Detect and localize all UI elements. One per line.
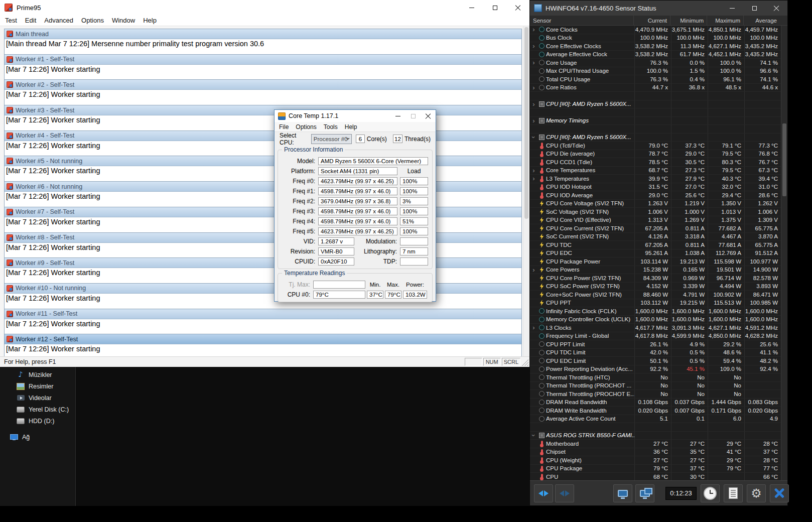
menu-item[interactable]: Help <box>341 122 361 132</box>
expand-chevron-icon[interactable] <box>530 142 537 150</box>
logging-report-button[interactable] <box>724 484 743 502</box>
expand-chevron-icon[interactable] <box>530 183 537 191</box>
expand-chevron-icon[interactable] <box>530 415 537 423</box>
expand-chevron-icon[interactable] <box>530 291 537 299</box>
cores-count-field[interactable]: 6 <box>356 135 365 143</box>
expand-chevron-icon[interactable] <box>530 167 537 175</box>
sensor-row[interactable]: Memory Controller Clock (UCLK) 1,600.0 M… <box>530 316 781 324</box>
sensor-row[interactable]: Core+SoC Power (SVI2 TFN) 88.460 W 4.791… <box>530 291 781 299</box>
cpu-selector-dropdown[interactable]: Processor #0 <box>311 134 352 144</box>
menu-item[interactable]: Window <box>108 15 139 26</box>
dual-monitor-view-button[interactable] <box>635 484 654 502</box>
worker-window-titlebar[interactable]: Worker #4 - Self-Test <box>5 131 521 141</box>
sensor-row[interactable]: Core Effective Clocks 3,538.2 MHz 11.3 M… <box>530 42 781 51</box>
revision-field[interactable]: VMR-B0 <box>318 247 354 255</box>
sensor-row[interactable]: SoC Voltage (SVI2 TFN) 1.006 V 1.000 V 1… <box>530 208 781 216</box>
sensor-row[interactable]: CPU SoC Power (SVI2 TFN) 4.152 W 3.339 W… <box>530 283 781 291</box>
hwinfo-titlebar[interactable]: HWiNFO64 v7.16-4650 Sensor Status <box>530 1 787 16</box>
resize-grip[interactable] <box>521 358 528 366</box>
expand-chevron-icon[interactable] <box>530 51 537 59</box>
freq-field[interactable]: 4598.79MHz (99.97 x 46.0) <box>318 207 397 215</box>
worker-window-titlebar[interactable]: Worker #7 - Self-Test <box>5 207 521 217</box>
explorer-nav-item[interactable]: Videolar <box>0 392 75 404</box>
worker-window[interactable]: Worker #6 - Not running [Mar 7 12:26] Wo… <box>4 181 522 207</box>
power-field[interactable]: 103.2W <box>403 291 427 299</box>
expand-chevron-icon[interactable] <box>530 42 537 50</box>
sensor-row[interactable]: Average Effective Clock 3,538.2 MHz 61.7… <box>530 51 781 59</box>
menu-item[interactable]: Edit <box>21 15 40 26</box>
expand-chevron-icon[interactable] <box>530 108 537 116</box>
expand-chevron-icon[interactable] <box>530 266 537 274</box>
worker-window[interactable]: Worker #10 - Not running [Mar 7 12:26] W… <box>4 283 522 309</box>
expand-chevron-icon[interactable] <box>530 274 537 282</box>
sensor-row[interactable]: Thermal Throttling (PROCHOT E... No No N… <box>530 390 781 399</box>
explorer-nav-item[interactable]: HDD (D:) <box>0 415 75 427</box>
load-field[interactable]: 100% <box>400 207 428 215</box>
sensor-row[interactable] <box>530 423 781 432</box>
sensor-row[interactable]: L3 Clocks 4,617.7 MHz 3,091.3 MHz 4,627.… <box>530 324 781 332</box>
sensor-row[interactable]: CPU 68 °C 30 °C 66 °C <box>530 473 781 480</box>
clock-button[interactable] <box>701 484 720 502</box>
vid-field[interactable]: 1.2687 v <box>318 237 354 245</box>
worker-window[interactable]: Worker #5 - Not running [Mar 7 12:26] Wo… <box>4 156 522 181</box>
sensor-row[interactable]: CPU IOD Hotspot 31.5 °C 27.0 °C 32.0 °C … <box>530 183 781 192</box>
expand-chevron-icon[interactable] <box>530 100 537 108</box>
freq-field[interactable]: 4598.79MHz (99.97 x 46.0) <box>318 217 397 225</box>
worker-window-titlebar[interactable]: Worker #2 - Self-Test <box>5 80 521 90</box>
sensor-row[interactable]: CPU TDC Limit 42.0 % 0.5 % 48.6 % 41.1 % <box>530 349 781 357</box>
scrollbar-thumb[interactable] <box>524 27 528 219</box>
expand-chevron-icon[interactable] <box>530 382 537 390</box>
expand-chevron-icon[interactable] <box>530 257 537 266</box>
menu-item[interactable]: Tools <box>320 122 341 132</box>
sensor-row[interactable]: Infinity Fabric Clock (FCLK) 1,600.0 MHz… <box>530 307 781 316</box>
expand-chevron-icon[interactable] <box>530 283 537 291</box>
core-temp-field[interactable]: 79°C <box>313 291 365 299</box>
sensor-row[interactable]: CPU Package 79 °C 37 °C 79 °C 77 °C <box>530 465 781 473</box>
min-temp-field[interactable]: 37°C <box>367 291 383 299</box>
maximize-button[interactable] <box>483 0 506 15</box>
minimize-button[interactable] <box>721 1 743 16</box>
worker-window[interactable]: Main thread [Main thread Mar 7 12:26] Me… <box>4 29 522 54</box>
maximize-button[interactable] <box>743 1 765 16</box>
expand-chevron-icon[interactable] <box>530 241 537 249</box>
scrollbar-thumb[interactable] <box>782 123 786 196</box>
worker-window[interactable]: Worker #8 - Self-Test [Mar 7 12:26] Work… <box>4 232 522 258</box>
worker-window[interactable]: Worker #3 - Self-Test [Mar 7 12:26] Work… <box>4 105 522 130</box>
sensor-row[interactable]: CPU Core Current (SVI2 TFN) 67.205 A 0.8… <box>530 224 781 233</box>
sensor-row[interactable]: CPU CCD1 (Tdie) 78.5 °C 30.5 °C 80.3 °C … <box>530 158 781 167</box>
sensor-row[interactable] <box>530 125 781 134</box>
sensor-row[interactable]: CPU Package Power 103.114 W 19.213 W 115… <box>530 257 781 266</box>
expand-chevron-icon[interactable] <box>530 349 537 357</box>
column-header-average[interactable]: Average <box>743 16 780 25</box>
settings-button[interactable] <box>747 484 766 502</box>
expand-chevron-icon[interactable] <box>530 357 537 365</box>
sensor-row[interactable]: CPU (Tctl/Tdie) 79.0 °C 37.3 °C 79.1 °C … <box>530 142 781 150</box>
expand-chevron-icon[interactable] <box>530 216 537 224</box>
expand-chevron-icon[interactable] <box>530 473 537 480</box>
sensor-row[interactable]: Max CPU/Thread Usage 100.0 % 1.5 % 100.0… <box>530 67 781 76</box>
sensor-row[interactable]: Thermal Throttling (PROCHOT ... No No No <box>530 382 781 390</box>
explorer-nav-item[interactable]: Ağ <box>0 431 75 443</box>
sensor-row[interactable]: Thermal Throttling (HTC) No No No <box>530 373 781 382</box>
column-header-sensor[interactable]: Sensor <box>530 16 633 25</box>
worker-window-titlebar[interactable]: Worker #9 - Self-Test <box>5 258 521 268</box>
explorer-nav-item[interactable]: Resimler <box>0 380 75 392</box>
sensor-row[interactable]: Total CPU Usage 76.3 % 0.4 % 96.1 % 74.1… <box>530 75 781 84</box>
menu-item[interactable]: File <box>276 122 292 132</box>
worker-window[interactable]: Worker #7 - Self-Test [Mar 7 12:26] Work… <box>4 207 522 232</box>
expand-chevron-icon[interactable] <box>530 224 537 232</box>
monitor-view-button[interactable] <box>613 484 632 502</box>
expand-chevron-icon[interactable] <box>530 249 537 257</box>
sensor-row[interactable]: CPU [#0]: AMD Ryzen 5 5600X... <box>530 100 781 109</box>
sensor-row[interactable]: DRAM Write Bandwidth 0.020 Gbps 0.007 Gb… <box>530 407 781 415</box>
menu-item[interactable]: Options <box>292 122 320 132</box>
worker-window[interactable]: Worker #11 - Self-Test [Mar 7 12:26] Wor… <box>4 309 522 334</box>
sensor-row[interactable]: Core Clocks 4,470.9 MHz 3,675.1 MHz 4,85… <box>530 26 781 34</box>
sensor-row[interactable]: DRAM Read Bandwidth 0.108 Gbps 0.037 Gbp… <box>530 399 781 407</box>
history-back-forward-button[interactable] <box>534 484 553 502</box>
worker-window-titlebar[interactable]: Worker #11 - Self-Test <box>5 309 521 319</box>
expand-chevron-icon[interactable] <box>530 432 537 440</box>
expand-chevron-icon[interactable] <box>530 150 537 158</box>
sensor-row[interactable]: CPU Die (average) 78.7 °C 29.0 °C 79.5 °… <box>530 150 781 159</box>
sensor-row[interactable]: Core Usage 76.3 % 0.0 % 100.0 % 74.1 % <box>530 59 781 67</box>
